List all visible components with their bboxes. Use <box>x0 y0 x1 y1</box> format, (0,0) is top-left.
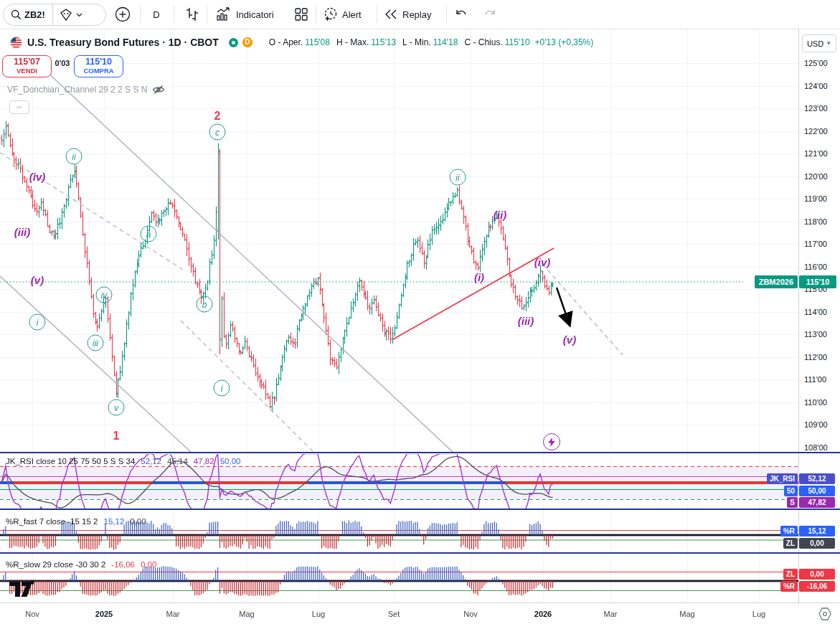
timezone-settings-icon[interactable] <box>816 607 834 621</box>
auto-wave-icon[interactable] <box>543 433 560 450</box>
collapse-panel-button[interactable]: ︿ <box>9 100 29 114</box>
pane-separator[interactable] <box>0 552 840 554</box>
high-value: 115'13 <box>371 37 396 47</box>
tradingview-app: ZB2! D Indicatori Alert Replay <box>0 0 840 624</box>
indicator-value-badge: 47,82 <box>799 497 835 508</box>
time-axis[interactable]: Nov2025MarMagLugSetNov2026MarMagLug <box>0 602 840 624</box>
indicator-name-badge: JK_RSI <box>767 473 798 484</box>
buy-price: 115'10 <box>75 57 123 67</box>
rsi-pane-label[interactable]: JK_RSI close 10 25 75 50 5 S S 3452,1245… <box>6 457 240 465</box>
sell-button[interactable]: 115'07 VENDI <box>2 55 52 77</box>
indicators-button[interactable]: Indicatori <box>215 4 274 24</box>
us-flag-icon <box>10 37 22 49</box>
symbol-header[interactable]: U.S. Treasury Bond Futures · 1D · CBOT D… <box>10 36 593 49</box>
wave-label-ii[interactable]: ii <box>450 169 466 186</box>
time-tick-label: 2026 <box>534 610 552 618</box>
price-tick-label: 118'00 <box>804 217 827 226</box>
price-tick-label: 110'00 <box>804 398 827 407</box>
time-tick-label: Mag <box>679 610 694 618</box>
wave-label-c[interactable]: c <box>209 124 226 141</box>
time-tick-label: Nov <box>25 610 39 618</box>
high-label: H - Max. <box>336 37 369 47</box>
indicator-name-badge: S <box>787 497 798 508</box>
wave-label-v[interactable]: v <box>108 400 125 416</box>
eye-off-icon[interactable] <box>152 85 165 95</box>
sell-price: 115'07 <box>3 57 51 67</box>
replay-button[interactable]: Replay <box>383 4 431 24</box>
interval-button[interactable]: D <box>146 4 166 24</box>
donchian-indicator-row[interactable]: VF_Donchian_Channel 29 2 2 S S N <box>7 85 165 95</box>
time-tick-label: 2025 <box>95 610 113 618</box>
price-axis[interactable]: USD ▼ 125'00124'00123'00122'00121'00120'… <box>798 29 840 602</box>
alert-label: Alert <box>342 9 362 20</box>
chevron-down-icon <box>76 13 82 17</box>
time-tick-label: Lug <box>312 610 325 618</box>
open-label: O - Aper. <box>269 37 303 47</box>
wave-label-1[interactable]: 1 <box>113 430 120 443</box>
wave-label-iii[interactable]: iii <box>88 335 104 351</box>
redo-button[interactable] <box>481 4 499 24</box>
wave-label-i[interactable]: (i) <box>474 271 484 283</box>
add-symbol-button[interactable] <box>113 4 133 24</box>
close-value: 115'10 <box>505 37 530 47</box>
symbol-search[interactable]: ZB2! <box>3 4 106 26</box>
sell-label: VENDI <box>3 67 51 75</box>
price-tick-label: 120'00 <box>804 172 828 181</box>
top-toolbar: ZB2! D Indicatori Alert Replay <box>0 0 840 29</box>
indicator-value-badge: 52,12 <box>799 473 835 484</box>
pane-value: 0,00 <box>130 517 146 526</box>
close-label: C - Chius. <box>464 37 502 47</box>
wave-label-iii[interactable]: (iii) <box>14 226 31 238</box>
wave-label-iii[interactable]: (iii) <box>518 315 534 327</box>
divider <box>174 6 174 23</box>
data-mode-badge[interactable]: D <box>242 37 253 47</box>
currency-selector[interactable]: USD ▼ <box>802 34 836 52</box>
layout-button[interactable] <box>291 4 311 24</box>
spread-value: 0'03 <box>50 59 75 67</box>
open-value: 115'08 <box>305 37 330 47</box>
pane-separator[interactable] <box>0 509 840 510</box>
price-tick-label: 124'00 <box>804 82 828 90</box>
wave-label-ii[interactable]: ii <box>66 148 82 165</box>
pane-value: 45,14 <box>167 457 188 465</box>
indicator-name-badge: %R <box>780 526 798 536</box>
wave-label-iv[interactable]: (iv) <box>534 256 551 268</box>
wave-label-iv[interactable]: (iv) <box>29 171 46 183</box>
price-tick-label: 122'00 <box>804 127 828 136</box>
time-tick-label: Mar <box>166 610 180 618</box>
bar-style-button[interactable] <box>181 4 204 24</box>
wave-label-i[interactable]: i <box>29 314 46 331</box>
pane-value: -16,06 <box>111 560 135 569</box>
buy-button[interactable]: 115'10 COMPRA <box>74 55 123 77</box>
ohlc-row: O - Aper.115'08 H - Max.115'13 L - Min.1… <box>263 37 593 47</box>
wave-label-v[interactable]: (v) <box>31 274 44 286</box>
low-value: 114'18 <box>433 37 458 47</box>
market-status-icon[interactable] <box>229 38 238 47</box>
gem-icon[interactable] <box>59 9 73 22</box>
wave-label-ii[interactable]: (ii) <box>494 209 506 221</box>
alert-button[interactable]: Alert <box>323 4 362 24</box>
pane-separator[interactable] <box>0 452 840 453</box>
rfast-pane-label[interactable]: %R_fast 7 close -15 15 215,120,00 <box>6 517 146 526</box>
change-value: +0'13 (+0,35%) <box>535 37 594 47</box>
price-tick-label: 111'00 <box>804 375 826 384</box>
divider <box>52 4 53 25</box>
price-tick-label: 125'00 <box>804 59 828 67</box>
indicator-name-badge: ZL <box>783 538 798 549</box>
lightning-icon <box>548 438 555 447</box>
time-tick-label: Nov <box>463 610 478 618</box>
wave-label-iv[interactable]: iv <box>96 287 113 303</box>
undo-button[interactable] <box>452 4 471 24</box>
wave-label-v[interactable]: (v) <box>563 334 576 346</box>
price-tick-label: 114'00 <box>804 308 827 316</box>
time-tick-label: Mar <box>604 610 618 618</box>
price-tick-label: 108'00 <box>804 443 828 452</box>
layout-grid-icon <box>294 7 308 22</box>
wave-label-a[interactable]: a <box>141 226 157 242</box>
wave-label-2[interactable]: 2 <box>214 110 221 123</box>
price-tick-label: 123'00 <box>804 104 828 113</box>
wave-label-b[interactable]: b <box>197 296 213 313</box>
pane-title: %R_slow 29 close -30 30 2 <box>6 560 105 569</box>
rslow-pane-label[interactable]: %R_slow 29 close -30 30 2-16,060,00 <box>6 560 156 569</box>
wave-label-i[interactable]: i <box>214 380 230 397</box>
